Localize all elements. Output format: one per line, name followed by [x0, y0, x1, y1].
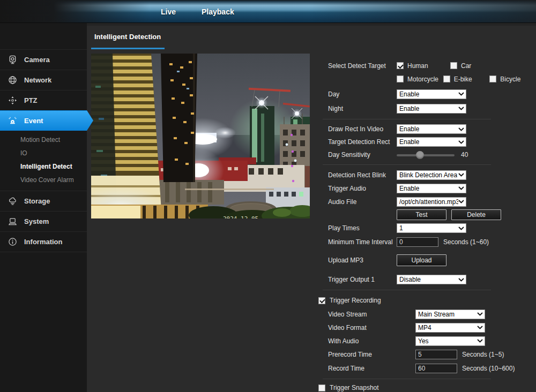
sidebar-item-storage[interactable]: Storage	[0, 191, 87, 211]
form-row-detection-rect-blink: Detection Rect Blink Blink Detection Are…	[318, 168, 536, 182]
chevron-down-icon	[458, 200, 464, 203]
record-time-input[interactable]	[415, 364, 457, 373]
video-preview[interactable]: 2024-12-05	[91, 54, 310, 218]
tab-intelligent-detection[interactable]: Intelligent Detection	[94, 33, 161, 41]
field-label: Video Stream	[328, 311, 415, 318]
sidebar-item-system[interactable]: System	[0, 211, 87, 231]
field-label: Record Time	[328, 365, 415, 372]
sidebar-subitem-motion-detect[interactable]: Motion Detect	[0, 133, 87, 147]
audio-file-select[interactable]: /opt/ch/attention.mp3	[397, 197, 466, 207]
section-divider	[323, 379, 491, 379]
sidebar-item-camera[interactable]: Camera	[0, 49, 87, 70]
tab-playback[interactable]: Playback	[202, 7, 234, 16]
section-divider	[323, 119, 491, 119]
sidebar-subitem-intelligent-detect[interactable]: Intelligent Detect	[0, 160, 87, 174]
selected-value: 1	[399, 224, 403, 232]
trigger-audio-select[interactable]: Enable	[397, 184, 466, 193]
sidebar-subitem-video-cover-alarm[interactable]: Video Cover Alarm	[0, 174, 87, 187]
network-icon	[8, 76, 17, 85]
checkbox-human[interactable]: Human	[397, 62, 450, 70]
upload-button[interactable]: Upload	[397, 254, 446, 266]
checkbox-motorcycle[interactable]: Motorcycle	[397, 76, 443, 83]
form-row-prerecord-time: Prerecord Time Seconds (1~5)	[318, 348, 536, 361]
checkbox-label: Bicycle	[500, 76, 520, 83]
sidebar-item-label: PTZ	[24, 96, 38, 104]
field-label: Prerecord Time	[328, 351, 415, 358]
trigger-snapshot-checkbox[interactable]	[318, 385, 325, 391]
form-row-audio-file: Audio File /opt/ch/attention.mp3	[318, 195, 536, 208]
chevron-down-icon	[477, 312, 483, 316]
field-label: Minimum Time Interval	[328, 238, 397, 246]
test-button[interactable]: Test	[397, 209, 446, 220]
camera-icon	[8, 55, 17, 65]
chevron-down-icon	[458, 227, 464, 230]
field-label: Target Detection Rect	[328, 138, 397, 146]
checkbox-bicycle[interactable]: Bicycle	[489, 76, 536, 83]
tab-live[interactable]: Live	[161, 7, 176, 16]
form-row-night: Night Enable	[318, 101, 536, 116]
app-window: Live Playback Camera Network	[0, 0, 536, 392]
slider-value: 40	[461, 151, 468, 159]
bicycle-checkbox[interactable]	[489, 76, 496, 82]
sidebar-subitem-io[interactable]: IO	[0, 147, 87, 160]
field-label: Trigger Audio	[328, 185, 397, 192]
content-area: Intelligent Detection	[87, 23, 536, 392]
chevron-down-icon	[458, 107, 464, 110]
chevron-down-icon	[458, 186, 464, 190]
storage-icon	[8, 197, 17, 206]
form-row-trigger-audio: Trigger Audio Enable	[318, 182, 536, 195]
sidebar-item-label: Information	[24, 238, 63, 246]
form-row-play-times: Play Times 1	[318, 221, 536, 235]
with-audio-select[interactable]: Yes	[415, 336, 485, 346]
chevron-down-icon	[458, 173, 464, 177]
day-select[interactable]: Enable	[397, 89, 466, 99]
minimum-time-interval-input[interactable]	[397, 237, 438, 247]
day-sensitivity-slider[interactable]	[397, 151, 455, 159]
motorcycle-checkbox[interactable]	[397, 76, 404, 82]
detection-rect-blink-select[interactable]: Blink Detection Area	[397, 170, 466, 180]
form-row-select-detect-target: Select Detect Target Human Car	[318, 59, 536, 72]
target-detection-rect-select[interactable]: Enable	[397, 137, 466, 147]
field-label: Upload MP3	[328, 257, 397, 264]
selected-value: Blink Detection Area	[399, 171, 457, 179]
selected-value: Yes	[418, 337, 429, 345]
checkbox-ebike[interactable]: E-bike	[443, 76, 490, 83]
video-format-select[interactable]: MP4	[415, 323, 485, 333]
field-label: Select Detect Target	[328, 62, 397, 70]
ebike-checkbox[interactable]	[443, 76, 450, 82]
video-stream-select[interactable]: Main Stream	[415, 310, 485, 319]
night-select[interactable]: Enable	[397, 104, 466, 114]
selected-value: Main Stream	[418, 311, 455, 318]
form-row-draw-rect: Draw Rect In Video Enable	[318, 123, 536, 135]
form-row-with-audio: With Audio Yes	[318, 334, 536, 348]
selected-value: Enable	[399, 125, 419, 133]
sidebar-item-event[interactable]: Event	[0, 110, 93, 131]
ptz-icon	[8, 96, 17, 105]
delete-button[interactable]: Delete	[451, 209, 501, 220]
chevron-down-icon	[477, 339, 483, 343]
draw-rect-in-video-select[interactable]: Enable	[397, 124, 466, 134]
sidebar-item-information[interactable]: Information	[0, 231, 87, 252]
checkbox-label: Motorcycle	[407, 76, 438, 83]
slider-thumb[interactable]	[416, 151, 424, 159]
sidebar-item-network[interactable]: Network	[0, 70, 87, 90]
play-times-select[interactable]: 1	[397, 223, 466, 233]
trigger-recording-checkbox[interactable]	[318, 297, 325, 304]
trigger-output-1-select[interactable]: Disable	[397, 275, 466, 284]
sidebar: Camera Network PTZ Event	[0, 23, 87, 392]
menu-divider	[0, 252, 87, 252]
form-row-trigger-snapshot: Trigger Snapshot	[318, 381, 536, 392]
sidebar-item-ptz[interactable]: PTZ	[0, 90, 87, 110]
checkbox-label: Trigger Recording	[330, 297, 381, 304]
form-row-video-format: Video Format MP4	[318, 321, 536, 334]
chevron-down-icon	[477, 326, 483, 329]
chevron-down-icon	[458, 127, 464, 131]
car-checkbox[interactable]	[450, 62, 457, 69]
prerecord-time-input[interactable]	[415, 350, 457, 359]
video-timestamp: 2024-12-05	[223, 215, 258, 218]
checkbox-car[interactable]: Car	[450, 62, 504, 70]
form-row-record-time: Record Time Seconds (10~600)	[318, 361, 536, 375]
human-checkbox[interactable]	[397, 62, 404, 69]
checkbox-label: E-bike	[454, 76, 472, 83]
unit-label: Seconds (1~5)	[462, 351, 504, 358]
